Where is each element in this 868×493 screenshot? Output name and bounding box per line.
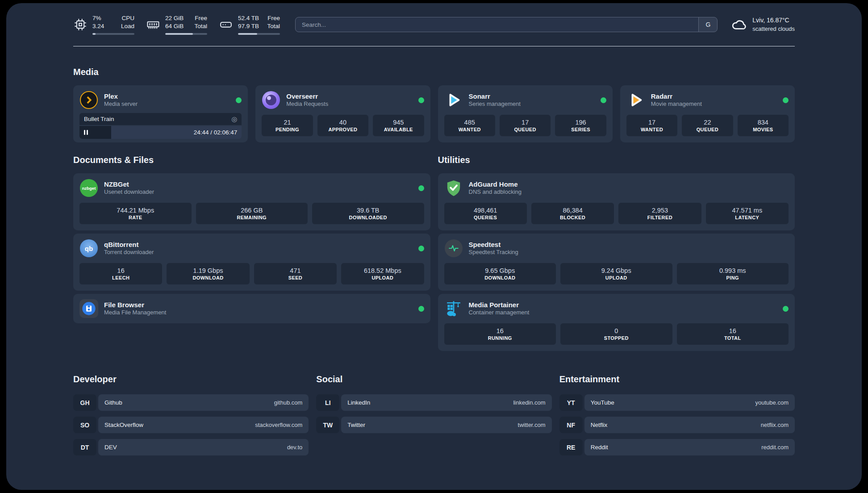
service-name: Plex: [104, 92, 230, 101]
service-card-qbittorrent[interactable]: qb qBittorrent Torrent downloader 16: [73, 234, 430, 291]
link-item-reddit[interactable]: RE Reddit reddit.com: [559, 439, 795, 455]
link-name: StackOverflow: [104, 422, 143, 428]
youtube-icon: YT: [559, 394, 583, 411]
section-title-developer: Developer: [73, 374, 309, 384]
cpu-icon: [73, 17, 88, 32]
stat-box: 266 GB REMAINING: [196, 203, 308, 224]
service-card-filebrowser[interactable]: File Browser Media File Management: [73, 294, 430, 323]
section-title-entertainment: Entertainment: [559, 374, 795, 384]
media-card-grid: Plex Media server Bullet Train ◎ 24:44 /…: [73, 85, 795, 142]
section-title-documents: Documents & Files: [73, 155, 430, 165]
dev-icon: DT: [73, 439, 96, 455]
service-card-sonarr[interactable]: Sonarr Series management 485 WANTED 17 Q…: [438, 85, 613, 142]
plex-icon: [79, 91, 98, 109]
stat-box: 17 QUEUED: [500, 115, 551, 136]
disk-progress-bar: [238, 33, 280, 35]
pause-icon[interactable]: [84, 126, 88, 139]
linkedin-icon: LI: [316, 394, 339, 411]
player-time: 24:44 / 02:06:47: [194, 126, 238, 139]
now-playing-icon: ◎: [231, 115, 237, 123]
utilities-column: Utilities AdGuard Home DNS and adblockin…: [438, 155, 795, 351]
link-item-stackoverflow[interactable]: SO StackOverflow stackoverflow.com: [73, 417, 309, 433]
dashboard-panel: 7% 3.24 CPU Load: [6, 3, 862, 490]
link-item-twitter[interactable]: TW Twitter twitter.com: [316, 417, 551, 433]
link-name: Netflix: [591, 422, 608, 428]
weather-widget: Lviv, 16.87°C scattered clouds: [731, 16, 795, 33]
section-title-media: Media: [73, 67, 795, 77]
service-card-adguard[interactable]: AdGuard Home DNS and adblocking 498,461 …: [438, 173, 795, 230]
stackoverflow-icon: SO: [73, 417, 96, 433]
cpu-load-value: 3.24: [92, 22, 104, 30]
stat-box: 0 STOPPED: [560, 323, 672, 345]
stat-box: 22 QUEUED: [682, 115, 733, 136]
service-name: Speedtest: [469, 240, 789, 249]
status-dot: [783, 97, 789, 103]
now-playing-row: Bullet Train ◎: [79, 113, 242, 125]
link-item-linkedin[interactable]: LI LinkedIn linkedin.com: [316, 394, 551, 411]
section-title-social: Social: [316, 374, 551, 384]
service-subtitle: Torrent downloader: [104, 249, 413, 256]
link-item-github[interactable]: GH Github github.com: [73, 394, 309, 411]
stat-box: 471 SEED: [254, 263, 337, 284]
link-name: YouTube: [591, 399, 614, 406]
stat-box: 196 SERIES: [555, 115, 606, 136]
search-provider-button[interactable]: G: [698, 17, 717, 32]
stat-box: 9.65 Gbps DOWNLOAD: [444, 263, 556, 284]
player-progress-bar[interactable]: 24:44 / 02:06:47: [79, 126, 242, 139]
service-name: Sonarr: [469, 92, 595, 101]
github-icon: GH: [73, 394, 96, 411]
service-subtitle: Media server: [104, 100, 230, 108]
service-card-overseerr[interactable]: Overseerr Media Requests 21 PENDING 40 A…: [255, 85, 430, 142]
service-subtitle: Media File Management: [104, 309, 413, 317]
disk-free-value: 52.4 TB: [238, 14, 259, 22]
service-name: File Browser: [104, 301, 413, 309]
stat-box: 0.993 ms PING: [677, 263, 789, 284]
header-divider: [73, 46, 795, 46]
link-item-netflix[interactable]: NF Netflix netflix.com: [559, 417, 795, 433]
link-url: github.com: [274, 399, 303, 406]
section-title-utilities: Utilities: [438, 155, 795, 165]
service-card-speedtest[interactable]: Speedtest Speedtest Tracking 9.65 Gbps D…: [438, 234, 795, 291]
now-playing-title: Bullet Train: [84, 116, 114, 122]
stat-box: 86,384 BLOCKED: [531, 203, 614, 224]
cpu-stat: 7% 3.24 CPU Load: [73, 14, 134, 35]
link-name: Reddit: [591, 444, 608, 451]
status-dot: [236, 97, 242, 103]
search-bar[interactable]: G: [295, 17, 718, 32]
stat-box: 40 APPROVED: [317, 115, 368, 136]
link-url: stackoverflow.com: [255, 422, 302, 428]
stat-box: 485 WANTED: [444, 115, 495, 136]
link-url: reddit.com: [761, 444, 789, 451]
stat-box: 834 MOVIES: [738, 115, 789, 136]
link-name: Github: [104, 399, 122, 406]
cpu-usage-value: 7%: [92, 14, 104, 22]
stat-box: 39.6 TB DOWNLOADED: [312, 203, 424, 224]
stat-box: 2,953 FILTERED: [618, 203, 701, 224]
sonarr-icon: [444, 91, 463, 109]
status-dot: [418, 185, 424, 191]
link-url: youtube.com: [755, 399, 789, 406]
link-name: Twitter: [347, 422, 365, 428]
stat-box: 16 TOTAL: [677, 323, 789, 345]
memory-progress-bar: [165, 33, 207, 35]
plex-now-playing: Bullet Train ◎ 24:44 / 02:06:47: [79, 113, 242, 139]
link-name: LinkedIn: [347, 399, 370, 406]
adguard-icon: [444, 179, 463, 197]
stat-box: 21 PENDING: [262, 115, 313, 136]
radarr-icon: [626, 91, 645, 109]
service-name: Overseerr: [286, 92, 412, 101]
service-name: qBittorrent: [104, 240, 413, 249]
service-card-radarr[interactable]: Radarr Movie management 17 WANTED 22 QUE…: [620, 85, 795, 142]
link-item-dev[interactable]: DT DEV dev.to: [73, 439, 309, 455]
service-card-portainer[interactable]: Media Portainer Container management 16 …: [438, 294, 795, 351]
service-card-nzbget[interactable]: nzbget NZBGet Usenet downloader 744.21 M…: [73, 173, 430, 230]
nzbget-icon: nzbget: [79, 179, 98, 197]
service-card-plex[interactable]: Plex Media server Bullet Train ◎ 24:44 /…: [73, 85, 248, 142]
memory-total-value: 64 GiB: [165, 22, 184, 30]
link-url: linkedin.com: [513, 399, 545, 406]
search-input[interactable]: [296, 17, 698, 32]
link-item-youtube[interactable]: YT YouTube youtube.com: [559, 394, 795, 411]
memory-icon: [146, 17, 160, 32]
documents-column: Documents & Files nzbget NZBGet Usenet d…: [73, 155, 430, 351]
service-subtitle: Series management: [469, 100, 595, 108]
